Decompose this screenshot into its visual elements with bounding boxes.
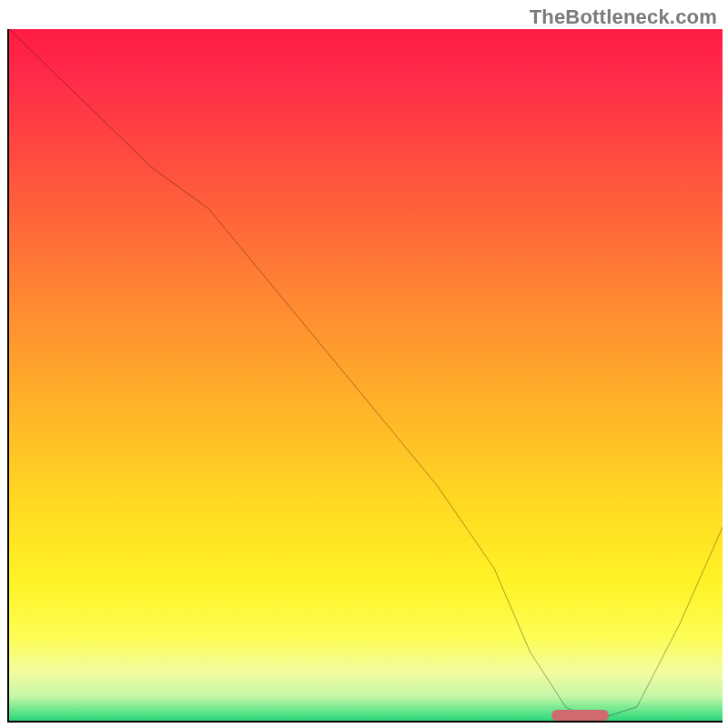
plot-area xyxy=(7,29,723,723)
watermark-label: TheBottleneck.com xyxy=(530,5,717,29)
bottleneck-curve xyxy=(9,29,723,721)
optimal-range-marker xyxy=(551,710,609,721)
bottleneck-chart: TheBottleneck.com xyxy=(0,0,728,728)
